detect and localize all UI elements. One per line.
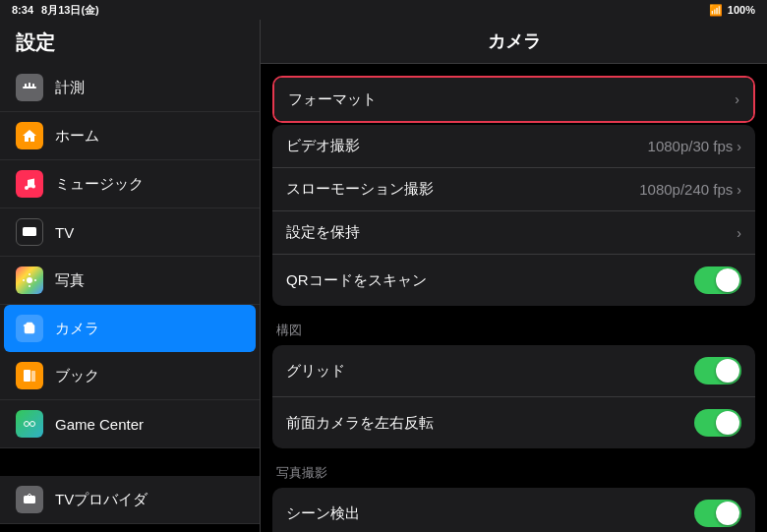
svg-rect-2 xyxy=(29,83,30,88)
main-settings-card: ビデオ撮影 1080p/30 fps › スローモーション撮影 1080p/24… xyxy=(272,125,755,306)
composition-group-label: 構図 xyxy=(261,322,767,345)
group-composition: 構図 グリッド 前面カメラを左右反転 xyxy=(261,322,767,448)
svg-point-4 xyxy=(25,186,29,190)
main-layout: 設定 計測 ホーム ミュージック TV xyxy=(0,20,767,532)
svg-rect-9 xyxy=(24,370,30,382)
sidebar-label-music: ミュージック xyxy=(55,175,244,194)
sidebar: 設定 計測 ホーム ミュージック TV xyxy=(0,20,261,532)
slowmo-chevron: › xyxy=(737,182,741,198)
camera-icon xyxy=(16,315,43,342)
svg-point-5 xyxy=(31,185,35,189)
format-row[interactable]: フォーマット › xyxy=(274,78,753,121)
video-value: 1080p/30 fps › xyxy=(648,138,741,154)
preserve-chevron: › xyxy=(737,225,741,241)
sidebar-label-home: ホーム xyxy=(55,127,244,146)
video-chevron: › xyxy=(737,139,741,154)
status-bar: 8:34 8月13日(金) 📶 100% xyxy=(0,0,767,20)
detail-title: カメラ xyxy=(261,20,767,64)
svg-rect-1 xyxy=(25,84,27,88)
sidebar-item-tv[interactable]: TV xyxy=(0,208,260,257)
time: 8:34 xyxy=(12,4,33,16)
group-photo: 写真撮影 シーン検出 イメージをインテリジェントに認識して、さまざまなシーンの写… xyxy=(261,464,767,532)
slowmo-label: スローモーション撮影 xyxy=(286,180,434,199)
mirror-toggle[interactable] xyxy=(694,409,741,437)
keisoku-icon xyxy=(16,74,43,101)
battery-label: 100% xyxy=(728,4,755,16)
wifi-icon: 📶 xyxy=(709,4,723,17)
photos-icon xyxy=(16,266,43,294)
group-main: フォーマット › ビデオ撮影 1080p/30 fps › スローモーション撮影 xyxy=(261,76,767,306)
qr-toggle[interactable] xyxy=(694,266,741,294)
photo-group-label: 写真撮影 xyxy=(261,464,767,488)
preserve-row[interactable]: 設定を保持 › xyxy=(272,211,755,255)
video-label: ビデオ撮影 xyxy=(286,137,360,155)
section-gap-1 xyxy=(0,448,260,476)
svg-rect-10 xyxy=(31,371,35,382)
format-chevron: › xyxy=(735,91,739,107)
svg-point-12 xyxy=(30,422,35,427)
format-label: フォーマット xyxy=(288,90,377,109)
sidebar-item-music[interactable]: ミュージック xyxy=(0,160,260,208)
sidebar-label-tv: TV xyxy=(55,224,244,241)
sidebar-title: 設定 xyxy=(0,20,260,64)
svg-point-11 xyxy=(25,422,30,427)
svg-point-7 xyxy=(27,277,32,283)
mirror-row[interactable]: 前面カメラを左右反転 xyxy=(272,397,755,448)
tvprovider-icon xyxy=(16,486,43,513)
composition-settings-card: グリッド 前面カメラを左右反転 xyxy=(272,345,755,448)
status-left: 8:34 8月13日(金) xyxy=(12,3,99,18)
tv-icon xyxy=(16,218,43,246)
sidebar-label-gamecenter: Game Center xyxy=(55,416,244,433)
grid-row[interactable]: グリッド xyxy=(272,345,755,397)
photo-settings-card: シーン検出 イメージをインテリジェントに認識して、さまざまなシーンの写真をより美… xyxy=(272,488,755,532)
scene-row[interactable]: シーン検出 xyxy=(272,488,755,532)
gamecenter-icon xyxy=(16,410,43,438)
sidebar-item-keisoku[interactable]: 計測 xyxy=(0,64,260,112)
sidebar-item-books[interactable]: ブック xyxy=(0,352,260,400)
section-gap-2 xyxy=(0,524,260,532)
grid-toggle[interactable] xyxy=(694,357,741,384)
svg-rect-14 xyxy=(24,496,35,503)
detail-panel: カメラ フォーマット › ビデオ撮影 1080p/30 fps › xyxy=(261,20,767,532)
sidebar-item-photos[interactable]: 写真 xyxy=(0,257,260,305)
sidebar-item-tvprovider[interactable]: TVプロバイダ xyxy=(0,476,260,524)
slowmo-row[interactable]: スローモーション撮影 1080p/240 fps › xyxy=(272,168,755,211)
qr-label: QRコードをスキャン xyxy=(286,271,427,290)
books-icon xyxy=(16,362,43,389)
mirror-label: 前面カメラを左右反転 xyxy=(286,414,434,433)
sidebar-label-books: ブック xyxy=(55,367,244,385)
svg-rect-3 xyxy=(32,84,34,88)
format-highlighted-wrapper: フォーマット › xyxy=(272,76,755,123)
grid-label: グリッド xyxy=(286,362,345,381)
video-row[interactable]: ビデオ撮影 1080p/30 fps › xyxy=(272,125,755,168)
scene-toggle[interactable] xyxy=(694,500,741,527)
status-right: 📶 100% xyxy=(709,4,755,17)
sidebar-label-tvprovider: TVプロバイダ xyxy=(55,491,244,509)
slowmo-value: 1080p/240 fps › xyxy=(639,181,741,198)
home-icon xyxy=(16,122,43,149)
sidebar-item-camera[interactable]: カメラ xyxy=(4,305,256,352)
preserve-label: 設定を保持 xyxy=(286,223,360,242)
sidebar-label-keisoku: 計測 xyxy=(55,79,244,97)
svg-rect-6 xyxy=(23,227,36,236)
scene-label: シーン検出 xyxy=(286,504,360,523)
sidebar-item-home[interactable]: ホーム xyxy=(0,112,260,160)
qr-row[interactable]: QRコードをスキャン xyxy=(272,255,755,306)
sidebar-label-photos: 写真 xyxy=(55,271,244,290)
date: 8月13日(金) xyxy=(41,3,99,18)
music-icon xyxy=(16,170,43,198)
sidebar-label-camera: カメラ xyxy=(55,320,244,338)
sidebar-item-gamecenter[interactable]: Game Center xyxy=(0,400,260,448)
